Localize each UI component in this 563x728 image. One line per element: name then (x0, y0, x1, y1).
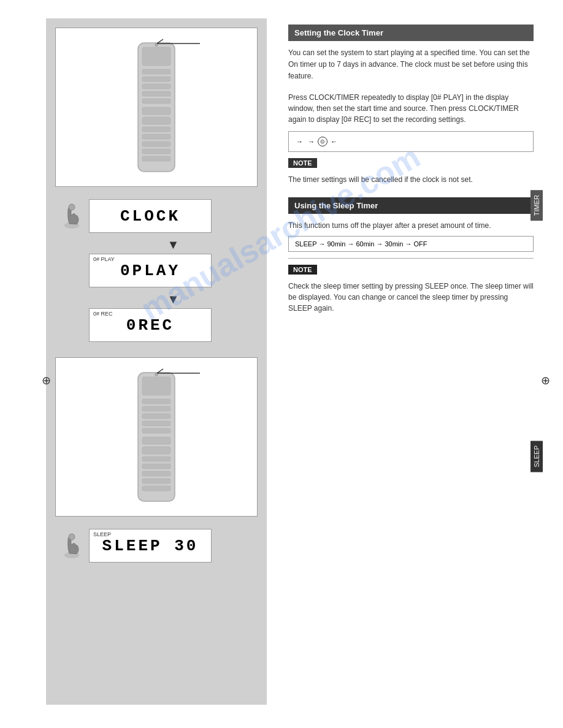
sleep-display-box: SLEEP SLEEP 30 (89, 529, 212, 563)
svg-rect-26 (142, 421, 170, 426)
clock-display-box: CLOCK (89, 199, 212, 233)
highlight-arrow-1 (154, 34, 203, 53)
section2-header: Using the Sleep Timer (288, 197, 534, 214)
right-panel: Setting the Clock Timer You can set the … (279, 18, 543, 705)
hand-icon-2 (58, 532, 86, 559)
svg-rect-33 (142, 479, 170, 483)
down-arrow-2: ▼ (89, 292, 258, 306)
orec-display-text: 0REC (126, 316, 174, 335)
svg-rect-30 (142, 457, 170, 461)
divider-1 (288, 258, 534, 259)
svg-rect-10 (142, 127, 170, 132)
clock-display-text: CLOCK (120, 207, 180, 226)
note2-label: NOTE (288, 265, 317, 275)
sleep-flow-arrow3: → (376, 240, 383, 248)
svg-rect-8 (142, 107, 170, 115)
flow-arrow-right-2: → (308, 138, 315, 145)
svg-rect-14 (142, 156, 170, 161)
sleep-flow-arrow1: → (318, 240, 325, 248)
note2-container: NOTE Check the sleep timer setting by pr… (288, 265, 534, 314)
sleep-display-label: SLEEP (93, 531, 111, 537)
svg-rect-7 (142, 99, 170, 104)
svg-rect-24 (142, 406, 170, 411)
flow-arrow-right-1: → (296, 138, 303, 145)
sleep-flow-diagram: SLEEP → 90min → 60min → 30min → OFF (288, 236, 534, 252)
flow-arrow-left-1: ← (331, 138, 337, 145)
svg-rect-23 (142, 399, 170, 404)
svg-rect-5 (142, 84, 170, 89)
flow-diagram-1: → → ⊙ ← (288, 131, 534, 152)
remote-box-1 (55, 28, 258, 187)
page-tab-sleep: SLEEP (530, 441, 543, 472)
svg-line-17 (157, 39, 163, 44)
cross-marker-left: ⊕ (42, 374, 51, 387)
orec-display-label: 0# REC (93, 311, 113, 317)
hand-icon-1 (58, 202, 86, 230)
section1-body: Press CLOCK/TIMER repeatedly to display … (288, 92, 534, 125)
svg-rect-34 (142, 486, 170, 491)
sleep-flow-arrow4: → (405, 240, 412, 248)
svg-rect-32 (142, 471, 170, 476)
section1-intro: You can set the system to start playing … (288, 47, 534, 83)
section1-title: Setting the Clock Timer (294, 28, 383, 37)
note1-label: NOTE (288, 158, 317, 168)
svg-rect-11 (142, 134, 170, 139)
down-arrow-1: ▼ (89, 238, 258, 252)
svg-rect-29 (142, 447, 170, 454)
svg-rect-6 (142, 91, 170, 96)
orec-display-row: 0# REC 0REC (55, 308, 258, 342)
svg-rect-25 (142, 414, 170, 419)
oplay-display-box: 0# PLAY 0PLAY (89, 254, 212, 287)
svg-point-19 (69, 204, 75, 210)
svg-rect-4 (142, 77, 170, 82)
left-panel: CLOCK ▼ 0# PLAY 0PLAY ▼ 0# REC 0REC (46, 18, 267, 705)
sleep-flow-arrow2: → (347, 240, 354, 248)
sleep-display-text: SLEEP 30 (102, 537, 199, 555)
oplay-display-row: 0# PLAY 0PLAY (55, 254, 258, 287)
remote-control-svg-2 (129, 370, 184, 504)
svg-rect-28 (142, 437, 170, 444)
sleep-display-row: SLEEP SLEEP 30 (55, 529, 258, 563)
svg-rect-3 (142, 69, 170, 74)
oplay-display-label: 0# PLAY (93, 256, 115, 262)
oplay-display-text: 0PLAY (120, 262, 180, 280)
hand-icon-container-1 (55, 202, 89, 230)
section2-intro: This function turns off the player after… (288, 220, 534, 231)
flow-circle-clock: ⊙ (318, 137, 327, 146)
sleep-flow-30: 30min (385, 240, 403, 248)
note1-text: The timer settings will be cancelled if … (288, 174, 534, 185)
orec-display-box: 0# REC 0REC (89, 308, 212, 342)
page-tab-timer: TIMER (530, 190, 543, 221)
section1-header: Setting the Clock Timer (288, 25, 534, 41)
svg-line-36 (157, 369, 163, 373)
svg-rect-9 (142, 117, 170, 124)
svg-rect-12 (142, 142, 170, 146)
cross-marker-right: ⊕ (541, 374, 550, 387)
remote-box-2 (55, 357, 258, 517)
sleep-flow-60: 60min (356, 240, 374, 248)
remote-control-svg-1 (129, 40, 184, 175)
note1-container: NOTE The timer settings will be cancelle… (288, 158, 534, 185)
svg-rect-27 (142, 428, 170, 433)
svg-rect-13 (142, 149, 170, 154)
svg-point-38 (69, 534, 75, 540)
highlight-arrow-2 (154, 364, 203, 382)
clock-display-row: CLOCK (55, 199, 258, 233)
sleep-flow-off: OFF (413, 240, 427, 248)
note2-text: Check the sleep timer setting by pressin… (288, 281, 534, 314)
sleep-flow-sleep: SLEEP (295, 240, 316, 248)
svg-rect-31 (142, 464, 170, 469)
section2-title: Using the Sleep Timer (294, 201, 378, 210)
hand-icon-container-2 (55, 532, 89, 559)
sleep-flow-90: 90min (327, 240, 345, 248)
